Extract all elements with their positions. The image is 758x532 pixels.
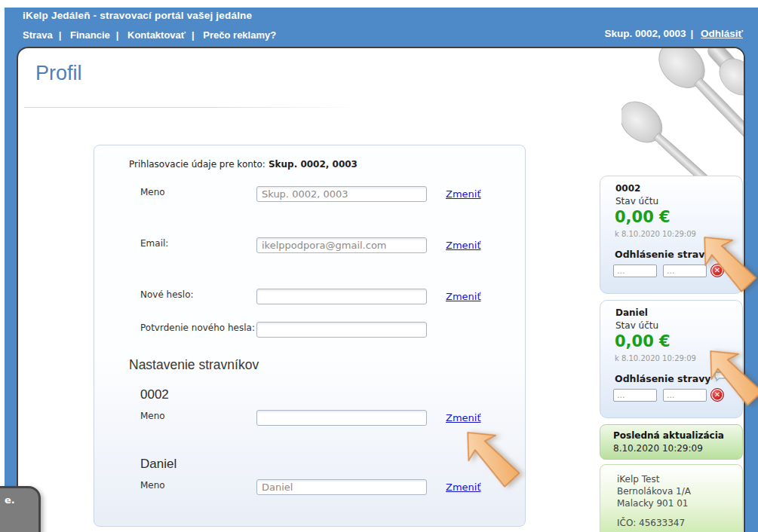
last-update-card: Posledná aktualizácia 8.10.2020 10:29:09 [600,424,743,460]
meal-cancel-label: Odhlásenie stravy [615,373,710,384]
meno-input[interactable] [256,186,427,202]
title-divider [24,107,360,108]
change-diner-daniel-link[interactable]: Zmeniť [446,482,481,493]
meno-label: Meno [140,187,165,197]
company-city: Malacky 901 01 [617,498,688,509]
account-label: Skup. 0002, 0003 [604,28,686,39]
cancel-date-from-input[interactable] [613,264,657,277]
cutlery-image [621,48,744,179]
diner-0002-meno-input[interactable] [256,410,427,426]
nav-separator: | [59,29,62,41]
cookie-banner-text: e. [5,494,15,506]
main-nav: Strava| Financie| Kontaktovať| Prečo rek… [23,29,276,41]
diners-section-title: Nastavenie stravníkov [129,357,259,373]
account-separator: | [690,28,693,39]
company-street: Bernolákova 1/A [617,486,691,497]
confirm-password-label: Potvrdenie nového hesla: [140,323,255,333]
email-input[interactable] [256,237,427,253]
balance-timestamp: k 8.10.2020 10:29:09 [615,230,696,238]
diner-0002-meno-label: Meno [140,411,165,421]
balance-label: Stav účtu [615,320,658,331]
nav-item-preco-reklamy[interactable]: Prečo reklamy? [203,29,276,41]
cookie-banner: e. [0,486,41,532]
last-update-value: 8.10.2020 10:29:09 [613,443,703,454]
balance-label: Stav účtu [615,196,658,206]
account-intro-label: Prihlasovacie údaje pre konto: [129,159,265,170]
nav-item-financie[interactable]: Financie [70,29,110,41]
app-title: iKelp Jedáleň - stravovací portál vašej … [23,10,252,21]
diner-daniel-meno-label: Meno [140,480,165,491]
account-card-name: 0002 [615,183,640,194]
logout-link[interactable]: Odhlásiť [701,28,743,39]
change-password-link[interactable]: Zmeniť [446,291,481,302]
change-email-link[interactable]: Zmeniť [446,240,481,251]
balance-timestamp: k 8.10.2020 10:29:09 [615,354,696,362]
nav-item-kontaktovat[interactable]: Kontaktovať [127,29,186,41]
diner-name-daniel: Daniel [140,457,176,472]
company-ico: IČO: 45633347 [617,518,685,528]
balance-value: 0,00 € [615,208,671,226]
cancel-date-to-input[interactable] [663,389,707,402]
nav-separator: | [192,29,195,41]
nav-item-strava[interactable]: Strava [23,29,53,41]
nav-separator: | [116,29,119,41]
balance-value: 0,00 € [615,332,671,350]
account-area: Skup. 0002, 0003| Odhlásiť [604,28,743,39]
diner-name-0002: 0002 [140,387,169,402]
last-update-label: Posledná aktualizácia [613,430,724,441]
new-password-input[interactable] [256,289,427,304]
company-card: iKelp Test Bernolákova 1/A Malacky 901 0… [600,464,743,532]
page-title: Profil [35,62,82,85]
account-intro: Prihlasovacie údaje pre konto:Skup. 0002… [129,159,358,170]
email-label: Email: [140,238,168,249]
account-card-name: Daniel [615,307,648,318]
diner-daniel-meno-input[interactable] [256,479,427,495]
profile-form-panel: Prihlasovacie údaje pre konto:Skup. 0002… [94,145,526,527]
account-intro-value: Skup. 0002, 0003 [269,159,358,170]
company-name: iKelp Test [617,474,659,485]
confirm-password-input[interactable] [256,322,427,338]
change-meno-link[interactable]: Zmeniť [446,188,481,200]
new-password-label: Nové heslo: [140,289,194,300]
cancel-date-from-input[interactable] [613,389,657,402]
cancel-date-to-input[interactable] [663,264,707,277]
